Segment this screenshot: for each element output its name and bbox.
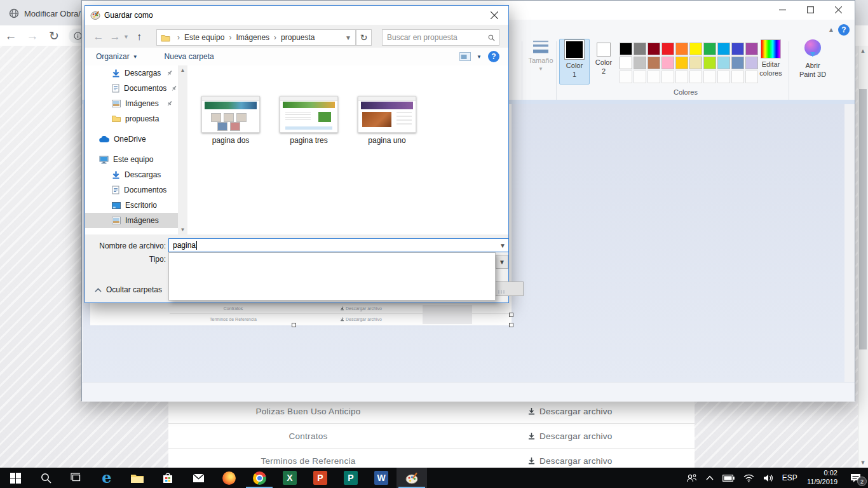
open-paint3d-button[interactable]: Abrir Paint 3D bbox=[795, 39, 831, 85]
volume-icon[interactable] bbox=[759, 468, 778, 488]
sidebar-item-documentos[interactable]: Documentos bbox=[85, 182, 178, 198]
scroll-down-icon[interactable]: ▼ bbox=[858, 458, 868, 468]
palette-color-swatch[interactable] bbox=[634, 57, 646, 69]
browser-forward-icon[interactable]: → bbox=[22, 30, 43, 42]
taskbar-excel-button[interactable]: X bbox=[275, 468, 305, 488]
scroll-down-icon[interactable]: ▼ bbox=[178, 225, 187, 234]
palette-color-swatch[interactable] bbox=[717, 57, 730, 69]
sidebar-item-este-equipo[interactable]: Este equipo bbox=[85, 152, 178, 167]
palette-color-swatch[interactable] bbox=[648, 43, 660, 55]
help-icon[interactable]: ? bbox=[488, 51, 499, 62]
type-combobox-chevron[interactable]: ▼ bbox=[496, 255, 508, 269]
sidebar-item-descargas[interactable]: Descargas bbox=[85, 65, 178, 81]
file-item-pagina-tres[interactable]: pagina tres bbox=[274, 96, 344, 145]
selection-handle-bottom[interactable] bbox=[292, 323, 296, 327]
view-mode-icon[interactable] bbox=[459, 52, 471, 61]
taskbar-paint-button[interactable] bbox=[397, 468, 427, 488]
sidebar-item-propuesta[interactable]: propuesta bbox=[85, 111, 178, 126]
palette-empty-cell[interactable] bbox=[689, 71, 702, 83]
up-icon[interactable]: ↑ bbox=[131, 31, 147, 43]
organize-button[interactable]: Organizar ▼ bbox=[96, 52, 138, 61]
taskbar-powerpoint-button[interactable]: P bbox=[305, 468, 336, 488]
recent-locations-icon[interactable]: ▼ bbox=[123, 34, 131, 40]
palette-color-swatch[interactable] bbox=[661, 43, 674, 55]
palette-color-swatch[interactable] bbox=[731, 57, 744, 69]
palette-color-swatch[interactable] bbox=[689, 43, 702, 55]
sidebar-item-escritorio[interactable]: Escritorio bbox=[85, 198, 178, 213]
taskbar-file-explorer-button[interactable] bbox=[122, 468, 153, 488]
edit-colors-button[interactable]: Editar colores bbox=[754, 39, 787, 85]
palette-empty-cell[interactable] bbox=[675, 71, 688, 83]
paint-help-icon[interactable]: ? bbox=[838, 24, 850, 36]
palette-color-swatch[interactable] bbox=[620, 43, 632, 55]
tray-clock[interactable]: 0:02 11/9/2019 bbox=[802, 469, 843, 487]
sidebar-scrollbar[interactable]: ▲ ▼ bbox=[178, 65, 187, 234]
palette-color-swatch[interactable] bbox=[620, 57, 632, 69]
taskbar-edge-button[interactable]: e bbox=[92, 468, 122, 488]
refresh-button[interactable]: ↻ bbox=[356, 29, 372, 46]
taskbar-firefox-button[interactable] bbox=[214, 468, 244, 488]
search-icon[interactable] bbox=[488, 34, 495, 42]
hide-folders-button[interactable]: Ocultar carpetas bbox=[95, 285, 162, 294]
selection-handle-corner[interactable] bbox=[509, 323, 513, 327]
file-item-pagina-uno[interactable]: pagina uno bbox=[352, 96, 422, 145]
file-item-pagina-dos[interactable]: pagina dos bbox=[196, 96, 266, 145]
download-link[interactable]: Descargar archivo bbox=[527, 456, 613, 466]
palette-color-swatch[interactable] bbox=[731, 43, 744, 55]
palette-empty-cell[interactable] bbox=[648, 71, 660, 83]
scroll-up-icon[interactable]: ▲ bbox=[178, 65, 187, 75]
palette-empty-cell[interactable] bbox=[661, 71, 674, 83]
battery-icon[interactable] bbox=[718, 468, 739, 488]
breadcrumb-item[interactable]: propuesta bbox=[281, 33, 315, 42]
palette-color-swatch[interactable] bbox=[675, 57, 688, 69]
browser-back-icon[interactable]: ← bbox=[0, 30, 22, 42]
download-link[interactable]: Descargar archivo bbox=[527, 407, 613, 416]
breadcrumb-item[interactable]: Imágenes bbox=[236, 33, 269, 42]
taskbar-mail-button[interactable] bbox=[183, 468, 214, 488]
chrome-tab[interactable]: Modificar Obra/ bbox=[9, 6, 81, 21]
palette-color-swatch[interactable] bbox=[634, 43, 646, 55]
dialog-close-button[interactable] bbox=[480, 6, 508, 24]
back-icon[interactable]: ← bbox=[90, 30, 107, 43]
forward-icon[interactable]: → bbox=[107, 30, 123, 43]
taskbar-store-button[interactable] bbox=[153, 468, 183, 488]
new-folder-button[interactable]: Nueva carpeta bbox=[165, 52, 214, 61]
people-icon[interactable] bbox=[682, 468, 702, 488]
chevron-down-icon[interactable]: ▼ bbox=[499, 242, 506, 249]
palette-empty-cell[interactable] bbox=[620, 71, 632, 83]
size-button[interactable]: Tamaño ▼ bbox=[526, 39, 556, 85]
color2-button[interactable]: Color 2 bbox=[590, 39, 617, 85]
tray-expand-icon[interactable] bbox=[702, 468, 718, 488]
palette-color-swatch[interactable] bbox=[648, 57, 660, 69]
palette-color-swatch[interactable] bbox=[703, 57, 716, 69]
action-center-icon[interactable]: 2 bbox=[843, 468, 868, 488]
canvas-vscrollbar[interactable] bbox=[844, 104, 855, 382]
browser-reload-icon[interactable]: ↻ bbox=[43, 30, 65, 42]
scroll-up-icon[interactable]: ▲ bbox=[858, 46, 868, 56]
sidebar-item-descargas[interactable]: Descargas bbox=[85, 167, 178, 182]
palette-empty-cell[interactable] bbox=[731, 71, 744, 83]
language-indicator[interactable]: ESP bbox=[778, 468, 802, 488]
sidebar-item-onedrive[interactable]: OneDrive bbox=[85, 132, 178, 147]
breadcrumb[interactable]: › Este equipo › Imágenes › propuesta ▼ bbox=[156, 29, 356, 46]
filename-autocomplete-dropdown[interactable] bbox=[168, 252, 496, 301]
wifi-icon[interactable] bbox=[739, 468, 759, 488]
chevron-down-icon[interactable]: ▼ bbox=[477, 54, 482, 60]
palette-color-swatch[interactable] bbox=[661, 57, 674, 69]
color1-button[interactable]: Color 1 bbox=[559, 39, 590, 85]
taskbar-task-view-button[interactable] bbox=[61, 468, 92, 488]
sidebar-item-imágenes[interactable]: Imágenes bbox=[85, 96, 178, 111]
sidebar-item-imágenes[interactable]: Imágenes bbox=[85, 213, 178, 228]
taskbar-chrome-button[interactable] bbox=[244, 468, 275, 488]
collapse-ribbon-icon[interactable]: ▲ bbox=[828, 26, 834, 33]
palette-color-swatch[interactable] bbox=[703, 43, 716, 55]
download-link[interactable]: Descargar archivo bbox=[527, 431, 613, 441]
palette-empty-cell[interactable] bbox=[717, 71, 730, 83]
palette-empty-cell[interactable] bbox=[634, 71, 646, 83]
close-button[interactable] bbox=[824, 1, 852, 19]
palette-empty-cell[interactable] bbox=[703, 71, 716, 83]
palette-color-swatch[interactable] bbox=[717, 43, 730, 55]
sidebar-item-documentos[interactable]: Documentos bbox=[85, 81, 178, 96]
taskbar-search-button[interactable] bbox=[31, 468, 61, 488]
search-input[interactable] bbox=[383, 33, 488, 42]
